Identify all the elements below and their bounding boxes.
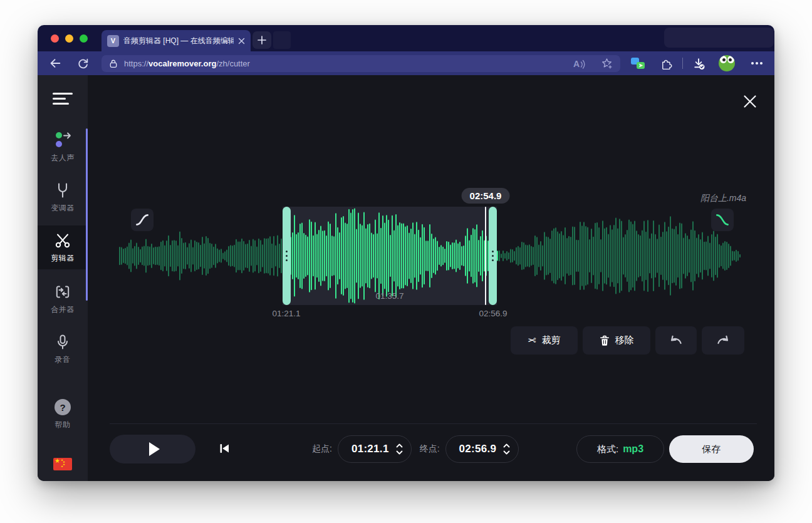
start-time-label: 起点: [312, 443, 332, 455]
sidebar-item-cutter[interactable]: 剪辑器 [38, 225, 88, 269]
end-time-label: 终点: [420, 443, 440, 455]
lock-icon [108, 58, 118, 69]
read-aloud-icon[interactable]: A [573, 59, 586, 69]
skip-to-start-button[interactable] [217, 441, 232, 456]
time-controls: 起点: 01:21.1 终点: 02:56.9 [312, 435, 527, 463]
sidebar-item-pitcher[interactable]: 变调器 [38, 177, 88, 218]
playhead-time-tooltip: 02:54.9 [462, 188, 510, 204]
app-area: 去人声 变调器 剪辑器 [38, 75, 774, 481]
translate-extension-icon[interactable]: ➤ [630, 56, 645, 71]
scissors-small-icon: ✂ [528, 334, 536, 346]
new-tab-button[interactable] [252, 31, 271, 49]
save-button[interactable]: 保存 [669, 435, 754, 463]
chevron-up-icon [396, 443, 403, 448]
site-favicon: V [107, 35, 119, 47]
browser-tab[interactable]: V 音频剪辑器 [HQ] — 在线音频编辑 [102, 30, 251, 51]
language-flag[interactable]: ★★★★★ [38, 443, 88, 481]
undo-button[interactable] [655, 326, 697, 355]
close-editor-button[interactable] [741, 93, 759, 110]
scissors-icon [53, 231, 72, 250]
browser-toolbar: https://vocalremover.org/zh/cutter A ➤ [38, 51, 774, 75]
address-bar[interactable]: https://vocalremover.org/zh/cutter A [102, 55, 620, 72]
remove-vocal-icon [53, 131, 72, 150]
tab-title: 音频剪辑器 [HQ] — 在线音频编辑 [123, 36, 234, 46]
help-icon: ? [55, 398, 71, 417]
selection-current-time: 01:35.7 [375, 291, 403, 301]
selection-start-time: 01:21.1 [272, 309, 300, 318]
playhead-line[interactable] [485, 207, 486, 305]
add-favorite-icon[interactable] [600, 57, 613, 70]
format-selector[interactable]: 格式: mp3 [576, 435, 664, 463]
titlebar: V 音频剪辑器 [HQ] — 在线音频编辑 [38, 25, 774, 51]
start-time-value: 01:21.1 [351, 443, 389, 455]
file-name: 阳台上.m4a [700, 193, 746, 204]
chevron-up-icon [503, 443, 510, 448]
end-time-stepper[interactable]: 02:56.9 [445, 435, 519, 463]
sidebar-item-recorder[interactable]: 录音 [38, 328, 88, 370]
edit-actions: ✂ 裁剪 移除 [511, 326, 744, 355]
sidebar-item-remove-vocal[interactable]: 去人声 [38, 127, 88, 168]
selection-start-handle[interactable] [283, 207, 291, 305]
close-window-button[interactable] [51, 34, 59, 43]
sidebar-item-help[interactable]: ? 帮助 [38, 393, 88, 435]
selection-end-handle[interactable] [489, 207, 497, 305]
china-flag-icon: ★★★★★ [53, 458, 72, 470]
waveform-svg[interactable] [119, 207, 741, 305]
play-button[interactable] [110, 435, 195, 463]
chevron-down-icon [396, 450, 403, 455]
chevron-down-icon [503, 450, 510, 455]
editor-main: 阳台上.m4a 02:54.9 01:21.1 01:35.7 02:56.9 [88, 75, 774, 481]
extensions-icon[interactable] [658, 56, 674, 71]
downloads-icon[interactable] [691, 56, 706, 71]
format-value: mp3 [623, 443, 643, 455]
toolbar-separator [682, 58, 683, 69]
titlebar-right-panel [664, 28, 774, 48]
sidebar-item-joiner[interactable]: 合并器 [38, 278, 88, 319]
profile-avatar[interactable] [719, 55, 735, 71]
back-button[interactable] [48, 56, 63, 71]
reload-button[interactable] [75, 56, 90, 71]
end-time-value: 02:56.9 [459, 443, 497, 455]
url-text: https://vocalremover.org/zh/cutter [124, 59, 250, 68]
joiner-icon [53, 282, 72, 301]
sidebar: 去人声 变调器 剪辑器 [38, 75, 88, 481]
tuning-fork-icon [54, 181, 71, 200]
waveform-stage: 阳台上.m4a 02:54.9 01:21.1 01:35.7 02:56.9 [119, 188, 741, 321]
play-icon [149, 442, 160, 456]
remove-button[interactable]: 移除 [583, 326, 650, 355]
tab-close-icon[interactable] [238, 38, 245, 44]
browser-menu-icon[interactable] [749, 62, 764, 65]
tab-ghost [273, 31, 291, 49]
zoom-window-button[interactable] [80, 34, 88, 43]
format-label: 格式: [597, 443, 618, 455]
minimize-window-button[interactable] [65, 34, 73, 43]
trash-icon [600, 335, 610, 346]
cut-button[interactable]: ✂ 裁剪 [511, 326, 578, 355]
redo-button[interactable] [702, 326, 744, 355]
sidebar-nav: 去人声 变调器 剪辑器 [38, 127, 88, 481]
microphone-icon [54, 333, 71, 351]
start-time-stepper[interactable]: 01:21.1 [338, 435, 412, 463]
bottom-bar: 起点: 01:21.1 终点: 02:56.9 [88, 423, 774, 481]
selection-end-time: 02:56.9 [479, 309, 507, 318]
menu-icon[interactable] [53, 93, 73, 107]
browser-window: V 音频剪辑器 [HQ] — 在线音频编辑 https://vocalremov… [38, 25, 774, 481]
